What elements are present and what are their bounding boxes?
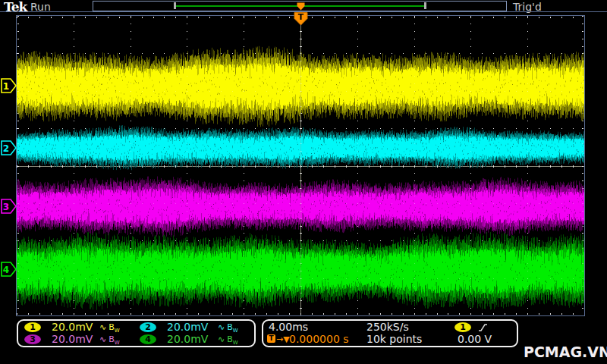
window-bracket-right	[424, 2, 426, 9]
channel-2-badge[interactable]: 2	[140, 322, 156, 332]
sample-rate: 250kS/s	[366, 322, 409, 333]
timebase-scale[interactable]: 4.00ms	[269, 322, 308, 333]
channel-4-scale[interactable]: 20.0mV	[167, 334, 208, 345]
window-bracket-left	[174, 2, 176, 9]
brand-logo: Tek	[3, 0, 30, 15]
channel-1-position-marker[interactable]: 1	[1, 78, 17, 93]
channel-3-position-marker[interactable]: 3	[1, 199, 17, 214]
channel-4-coupling-icons: ∿BW	[218, 334, 238, 349]
acquisition-bar[interactable]	[93, 1, 507, 11]
channel-readout-box: 1 20.0mV ∿BW 2 20.0mV ∿BW 3 20.0mV ∿BW 4…	[17, 319, 256, 347]
channel-3-badge[interactable]: 3	[24, 334, 41, 344]
svg-text:Tek: Tek	[4, 0, 29, 14]
channel-2-position-marker[interactable]: 2	[1, 140, 17, 155]
graticule	[16, 15, 585, 316]
trigger-arrow-icon: →▼	[276, 334, 290, 345]
record-length: 10k points	[366, 334, 422, 345]
svg-text:4: 4	[3, 265, 9, 275]
channel-1-badge[interactable]: 1	[24, 322, 41, 332]
svg-text:2: 2	[3, 143, 9, 154]
channel-4-position-marker[interactable]: 4	[1, 262, 17, 277]
trigger-level[interactable]: 0.00 V	[458, 334, 492, 345]
svg-text:T: T	[298, 12, 304, 22]
trigger-source-badge[interactable]: 1	[454, 322, 471, 332]
trigger-time-icon: T	[267, 334, 275, 343]
channel-4-badge[interactable]: 4	[140, 334, 156, 344]
trigger-position[interactable]: 0.000000 s	[289, 334, 349, 345]
trigger-position-mini-icon	[297, 2, 305, 11]
watermark: PCMAG.VN	[524, 344, 607, 360]
svg-text:1: 1	[3, 81, 9, 92]
channel-2-scale[interactable]: 20.0mV	[167, 322, 208, 333]
trigger-slope-icon	[478, 323, 488, 332]
horizontal-trigger-readout-box: 4.00ms 250kS/s 1 T →▼ 0.000000 s 10k poi…	[262, 319, 518, 347]
channel-3-scale[interactable]: 20.0mV	[52, 334, 93, 345]
waveform-canvas	[17, 16, 584, 315]
channel-3-coupling-icons: ∿BW	[99, 334, 120, 349]
svg-text:3: 3	[3, 202, 9, 212]
trigger-position-marker[interactable]: T	[294, 12, 308, 26]
channel-1-scale[interactable]: 20.0mV	[52, 322, 93, 333]
